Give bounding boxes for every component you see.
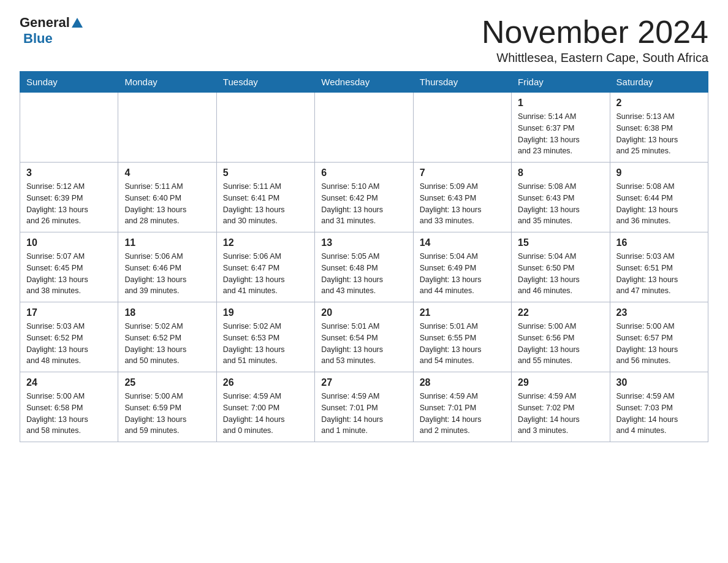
day-info: Sunrise: 4:59 AM Sunset: 7:00 PM Dayligh… xyxy=(223,391,308,437)
calendar-cell: 2Sunrise: 5:13 AM Sunset: 6:38 PM Daylig… xyxy=(610,93,708,163)
day-number: 22 xyxy=(518,307,603,318)
day-info: Sunrise: 5:00 AM Sunset: 6:58 PM Dayligh… xyxy=(26,391,112,437)
calendar-header-row: SundayMondayTuesdayWednesdayThursdayFrid… xyxy=(20,72,708,93)
location-title: Whittlesea, Eastern Cape, South Africa xyxy=(482,51,708,65)
day-number: 26 xyxy=(223,377,308,388)
day-number: 7 xyxy=(420,167,505,178)
day-info: Sunrise: 5:00 AM Sunset: 6:56 PM Dayligh… xyxy=(518,321,603,367)
calendar-cell: 28Sunrise: 4:59 AM Sunset: 7:01 PM Dayli… xyxy=(413,372,511,442)
calendar-cell: 15Sunrise: 5:04 AM Sunset: 6:50 PM Dayli… xyxy=(512,232,610,302)
calendar-cell: 20Sunrise: 5:01 AM Sunset: 6:54 PM Dayli… xyxy=(315,302,413,372)
calendar-cell: 30Sunrise: 4:59 AM Sunset: 7:03 PM Dayli… xyxy=(610,372,708,442)
day-number: 19 xyxy=(223,307,308,318)
header: General Blue November 2024 Whittlesea, E… xyxy=(20,15,708,65)
day-info: Sunrise: 5:01 AM Sunset: 6:55 PM Dayligh… xyxy=(420,321,505,367)
calendar-cell: 23Sunrise: 5:00 AM Sunset: 6:57 PM Dayli… xyxy=(610,302,708,372)
day-number: 8 xyxy=(518,167,603,178)
logo: General Blue xyxy=(20,15,83,47)
day-number: 2 xyxy=(616,98,702,109)
day-number: 1 xyxy=(518,98,603,109)
day-info: Sunrise: 5:04 AM Sunset: 6:50 PM Dayligh… xyxy=(518,251,603,297)
calendar-cell: 4Sunrise: 5:11 AM Sunset: 6:40 PM Daylig… xyxy=(118,163,216,232)
calendar-cell xyxy=(315,93,413,163)
day-number: 29 xyxy=(518,377,603,388)
calendar-cell: 27Sunrise: 4:59 AM Sunset: 7:01 PM Dayli… xyxy=(315,372,413,442)
calendar-cell: 19Sunrise: 5:02 AM Sunset: 6:53 PM Dayli… xyxy=(216,302,314,372)
calendar-header-monday: Monday xyxy=(118,72,216,93)
title-block: November 2024 Whittlesea, Eastern Cape, … xyxy=(482,15,708,65)
calendar-cell: 26Sunrise: 4:59 AM Sunset: 7:00 PM Dayli… xyxy=(216,372,314,442)
day-info: Sunrise: 5:00 AM Sunset: 6:59 PM Dayligh… xyxy=(124,391,210,437)
day-info: Sunrise: 5:13 AM Sunset: 6:38 PM Dayligh… xyxy=(616,111,702,157)
day-number: 5 xyxy=(223,167,308,178)
day-info: Sunrise: 4:59 AM Sunset: 7:02 PM Dayligh… xyxy=(518,391,603,437)
calendar-cell: 12Sunrise: 5:06 AM Sunset: 6:47 PM Dayli… xyxy=(216,232,314,302)
calendar-cell: 3Sunrise: 5:12 AM Sunset: 6:39 PM Daylig… xyxy=(20,163,118,232)
day-info: Sunrise: 5:09 AM Sunset: 6:43 PM Dayligh… xyxy=(420,181,505,227)
calendar-cell xyxy=(216,93,314,163)
calendar-header-friday: Friday xyxy=(512,72,610,93)
calendar-cell: 6Sunrise: 5:10 AM Sunset: 6:42 PM Daylig… xyxy=(315,163,413,232)
calendar-cell: 8Sunrise: 5:08 AM Sunset: 6:43 PM Daylig… xyxy=(512,163,610,232)
calendar-cell: 11Sunrise: 5:06 AM Sunset: 6:46 PM Dayli… xyxy=(118,232,216,302)
day-info: Sunrise: 4:59 AM Sunset: 7:03 PM Dayligh… xyxy=(616,391,702,437)
day-info: Sunrise: 5:12 AM Sunset: 6:39 PM Dayligh… xyxy=(26,181,112,227)
calendar-cell: 7Sunrise: 5:09 AM Sunset: 6:43 PM Daylig… xyxy=(413,163,511,232)
calendar-cell: 16Sunrise: 5:03 AM Sunset: 6:51 PM Dayli… xyxy=(610,232,708,302)
calendar-cell: 9Sunrise: 5:08 AM Sunset: 6:44 PM Daylig… xyxy=(610,163,708,232)
calendar-cell: 24Sunrise: 5:00 AM Sunset: 6:58 PM Dayli… xyxy=(20,372,118,442)
day-number: 6 xyxy=(321,167,406,178)
calendar-header-saturday: Saturday xyxy=(610,72,708,93)
day-number: 3 xyxy=(26,167,112,178)
calendar-week-4: 17Sunrise: 5:03 AM Sunset: 6:52 PM Dayli… xyxy=(20,302,708,372)
calendar-cell xyxy=(20,93,118,163)
day-number: 23 xyxy=(616,307,702,318)
day-info: Sunrise: 5:08 AM Sunset: 6:43 PM Dayligh… xyxy=(518,181,603,227)
calendar-cell: 25Sunrise: 5:00 AM Sunset: 6:59 PM Dayli… xyxy=(118,372,216,442)
calendar-week-2: 3Sunrise: 5:12 AM Sunset: 6:39 PM Daylig… xyxy=(20,163,708,232)
calendar-header-thursday: Thursday xyxy=(413,72,511,93)
day-info: Sunrise: 5:00 AM Sunset: 6:57 PM Dayligh… xyxy=(616,321,702,367)
calendar-header-wednesday: Wednesday xyxy=(315,72,413,93)
day-info: Sunrise: 5:08 AM Sunset: 6:44 PM Dayligh… xyxy=(616,181,702,227)
day-info: Sunrise: 5:03 AM Sunset: 6:52 PM Dayligh… xyxy=(26,321,112,367)
day-info: Sunrise: 5:14 AM Sunset: 6:37 PM Dayligh… xyxy=(518,111,603,157)
calendar-week-5: 24Sunrise: 5:00 AM Sunset: 6:58 PM Dayli… xyxy=(20,372,708,442)
calendar-cell: 10Sunrise: 5:07 AM Sunset: 6:45 PM Dayli… xyxy=(20,232,118,302)
logo-blue-text: Blue xyxy=(23,31,53,46)
day-info: Sunrise: 4:59 AM Sunset: 7:01 PM Dayligh… xyxy=(321,391,406,437)
calendar-cell: 1Sunrise: 5:14 AM Sunset: 6:37 PM Daylig… xyxy=(512,93,610,163)
day-number: 17 xyxy=(26,307,112,318)
day-number: 24 xyxy=(26,377,112,388)
day-number: 18 xyxy=(124,307,210,318)
day-info: Sunrise: 5:02 AM Sunset: 6:53 PM Dayligh… xyxy=(223,321,308,367)
day-info: Sunrise: 5:06 AM Sunset: 6:47 PM Dayligh… xyxy=(223,251,308,297)
day-info: Sunrise: 5:11 AM Sunset: 6:41 PM Dayligh… xyxy=(223,181,308,227)
calendar-cell xyxy=(118,93,216,163)
day-number: 13 xyxy=(321,237,406,248)
day-info: Sunrise: 5:03 AM Sunset: 6:51 PM Dayligh… xyxy=(616,251,702,297)
day-number: 20 xyxy=(321,307,406,318)
day-number: 25 xyxy=(124,377,210,388)
calendar-cell: 14Sunrise: 5:04 AM Sunset: 6:49 PM Dayli… xyxy=(413,232,511,302)
calendar-header-tuesday: Tuesday xyxy=(216,72,314,93)
day-number: 11 xyxy=(124,237,210,248)
calendar-cell: 17Sunrise: 5:03 AM Sunset: 6:52 PM Dayli… xyxy=(20,302,118,372)
calendar: SundayMondayTuesdayWednesdayThursdayFrid… xyxy=(20,71,708,442)
calendar-cell: 18Sunrise: 5:02 AM Sunset: 6:52 PM Dayli… xyxy=(118,302,216,372)
day-number: 21 xyxy=(420,307,505,318)
day-number: 30 xyxy=(616,377,702,388)
day-number: 14 xyxy=(420,237,505,248)
month-title: November 2024 xyxy=(482,15,708,50)
calendar-header-sunday: Sunday xyxy=(20,72,118,93)
calendar-cell: 21Sunrise: 5:01 AM Sunset: 6:55 PM Dayli… xyxy=(413,302,511,372)
day-number: 28 xyxy=(420,377,505,388)
day-number: 27 xyxy=(321,377,406,388)
day-info: Sunrise: 5:02 AM Sunset: 6:52 PM Dayligh… xyxy=(124,321,210,367)
calendar-cell: 22Sunrise: 5:00 AM Sunset: 6:56 PM Dayli… xyxy=(512,302,610,372)
day-info: Sunrise: 5:06 AM Sunset: 6:46 PM Dayligh… xyxy=(124,251,210,297)
day-info: Sunrise: 5:10 AM Sunset: 6:42 PM Dayligh… xyxy=(321,181,406,227)
day-info: Sunrise: 5:07 AM Sunset: 6:45 PM Dayligh… xyxy=(26,251,112,297)
day-number: 9 xyxy=(616,167,702,178)
calendar-cell: 29Sunrise: 4:59 AM Sunset: 7:02 PM Dayli… xyxy=(512,372,610,442)
